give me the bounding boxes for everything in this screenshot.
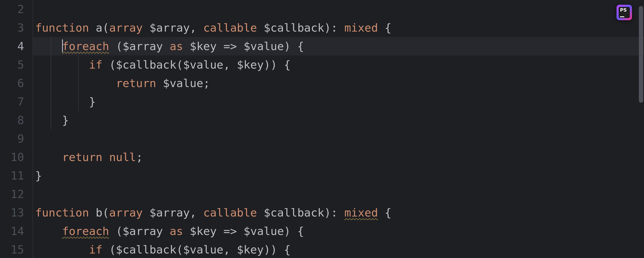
code-token: { bbox=[385, 206, 391, 219]
line-number: 12 bbox=[0, 185, 24, 203]
code-token: : bbox=[331, 206, 338, 219]
code-token: , bbox=[190, 206, 196, 219]
keyword-token: as bbox=[170, 225, 183, 237]
line-number: 3 bbox=[0, 19, 24, 37]
code-line[interactable]: return $value; bbox=[33, 74, 644, 92]
code-line[interactable] bbox=[33, 0, 644, 19]
code-token: $array bbox=[150, 21, 190, 34]
code-token: ) bbox=[324, 21, 331, 34]
code-line[interactable]: function b(array $array, callable $callb… bbox=[33, 203, 644, 222]
indent-guide bbox=[51, 74, 51, 92]
code-token: => bbox=[224, 225, 237, 237]
code-token: $array bbox=[122, 225, 163, 237]
vertical-scrollbar[interactable] bbox=[638, 0, 644, 258]
code-token: ; bbox=[203, 77, 210, 90]
keyword-token: if bbox=[89, 58, 102, 71]
line-number: 6 bbox=[0, 74, 24, 92]
indent-guide bbox=[51, 55, 51, 74]
keyword-token: function bbox=[35, 21, 89, 34]
ide-badge-icon: PS bbox=[616, 5, 632, 20]
indent-guide bbox=[51, 92, 51, 111]
code-token: )) bbox=[264, 243, 277, 256]
code-token: } bbox=[35, 169, 42, 182]
code-token: $callback bbox=[264, 21, 324, 34]
code-token: ; bbox=[136, 151, 143, 164]
code-token: { bbox=[297, 225, 304, 237]
indent-guide bbox=[51, 37, 51, 55]
keyword-token: foreach bbox=[62, 225, 109, 237]
code-token: $callback bbox=[116, 58, 176, 71]
code-token: $callback bbox=[116, 243, 176, 256]
line-number: 2 bbox=[0, 0, 24, 19]
keyword-token: function bbox=[35, 206, 89, 219]
code-token: } bbox=[89, 95, 96, 108]
code-token: a bbox=[96, 21, 102, 34]
code-token: ( bbox=[109, 58, 116, 71]
code-token: $array bbox=[122, 40, 163, 53]
code-token: ( bbox=[116, 40, 122, 53]
code-token: ( bbox=[176, 58, 183, 71]
code-token: ( bbox=[109, 243, 116, 256]
code-token: ( bbox=[102, 206, 109, 219]
line-number: 8 bbox=[0, 111, 24, 130]
code-token: ) bbox=[284, 225, 290, 237]
code-token: { bbox=[284, 58, 290, 71]
code-token: => bbox=[224, 40, 237, 53]
keyword-token: foreach bbox=[62, 40, 109, 53]
code-token: ( bbox=[102, 21, 109, 34]
line-number: 7 bbox=[0, 92, 24, 111]
line-number: 13 bbox=[0, 203, 24, 222]
line-number: 10 bbox=[0, 148, 24, 166]
line-number: 4 bbox=[0, 37, 24, 55]
indent-guide bbox=[78, 92, 78, 111]
code-line[interactable]: if ($callback($value, $key)) { bbox=[33, 55, 644, 74]
code-token: $key bbox=[237, 58, 264, 71]
scrollbar-thumb[interactable] bbox=[639, 6, 643, 103]
keyword-token: return bbox=[62, 151, 102, 164]
code-line[interactable]: foreach ($array as $key => $value) { bbox=[33, 222, 644, 240]
keyword-token: as bbox=[170, 40, 183, 53]
code-token: $callback bbox=[264, 206, 324, 219]
code-line[interactable]: } bbox=[33, 92, 644, 111]
code-token: , bbox=[224, 58, 230, 71]
code-token: : bbox=[331, 21, 338, 34]
line-number: 11 bbox=[0, 166, 24, 185]
indent-guide bbox=[78, 55, 78, 74]
code-token: { bbox=[297, 40, 304, 53]
code-token: b bbox=[96, 206, 102, 219]
code-token: ) bbox=[324, 206, 331, 219]
code-token: $value bbox=[244, 225, 284, 237]
indent-guide bbox=[78, 74, 78, 92]
code-token: )) bbox=[264, 58, 277, 71]
code-line[interactable]: } bbox=[33, 111, 644, 130]
keyword-token: array bbox=[109, 206, 143, 219]
keyword-token: callable bbox=[203, 206, 257, 219]
code-editor[interactable]: 23456789101112131415 function a(array $a… bbox=[0, 0, 644, 258]
code-line[interactable] bbox=[33, 130, 644, 148]
code-token: $array bbox=[150, 206, 190, 219]
code-line[interactable] bbox=[33, 185, 644, 203]
code-line[interactable]: function a(array $array, callable $callb… bbox=[33, 19, 644, 37]
keyword-token: mixed bbox=[344, 206, 378, 219]
code-token: $key bbox=[190, 40, 216, 53]
code-token: $key bbox=[237, 243, 264, 256]
code-token: { bbox=[284, 243, 290, 256]
code-token: ( bbox=[116, 225, 122, 237]
keyword-token: if bbox=[89, 243, 102, 256]
keyword-token: array bbox=[109, 21, 143, 34]
code-line[interactable]: foreach ($array as $key => $value) { bbox=[33, 37, 644, 55]
code-token: $value bbox=[183, 243, 224, 256]
code-token: $value bbox=[183, 58, 224, 71]
keyword-token: mixed bbox=[344, 21, 378, 34]
code-line[interactable]: return null; bbox=[33, 148, 644, 166]
keyword-token: return bbox=[116, 77, 156, 90]
line-number: 9 bbox=[0, 130, 24, 148]
line-number: 14 bbox=[0, 222, 24, 240]
keyword-token: null bbox=[109, 151, 136, 164]
code-line[interactable]: if ($callback($value, $key)) { bbox=[33, 240, 644, 258]
code-area[interactable]: function a(array $array, callable $callb… bbox=[33, 0, 644, 258]
line-number: 5 bbox=[0, 55, 24, 74]
indent-guide bbox=[51, 111, 51, 130]
code-token: ) bbox=[284, 40, 290, 53]
code-line[interactable]: } bbox=[33, 166, 644, 185]
